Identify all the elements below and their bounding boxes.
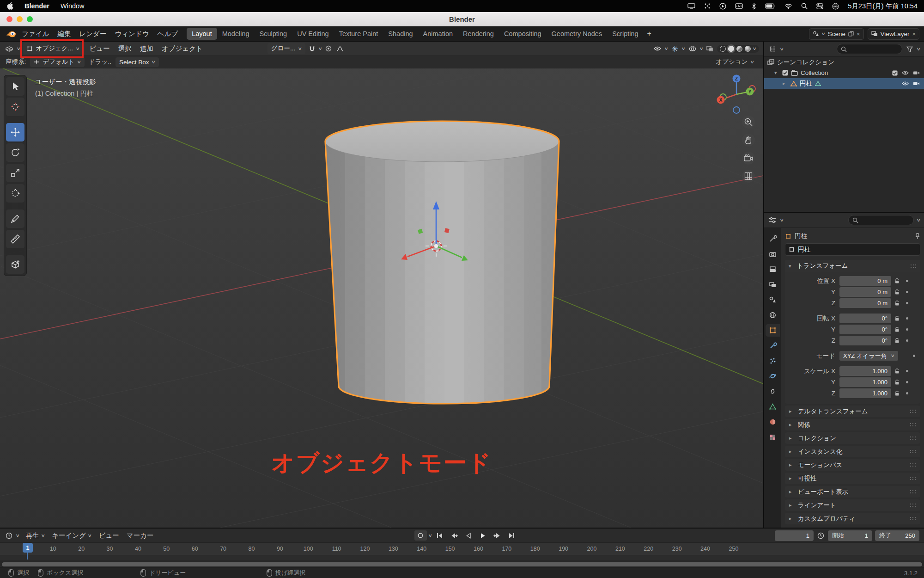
playhead-line[interactable] (27, 553, 28, 560)
lock-icon[interactable] (891, 368, 903, 374)
tool-select-box-button[interactable] (6, 77, 24, 96)
lock-icon[interactable] (891, 326, 903, 332)
properties-section[interactable]: ▸コレクション (785, 432, 920, 444)
drag-mode-dropdown[interactable]: Select Box ∨ (116, 57, 159, 67)
transform-panel-header[interactable]: ▾ トランスフォーム (785, 260, 920, 272)
disable-render-camera-icon[interactable] (913, 70, 920, 75)
topbar-menu[interactable]: 編集 (53, 28, 75, 40)
lock-icon[interactable] (891, 390, 903, 396)
mode-selector[interactable]: オブジェク... ∨ (23, 43, 83, 54)
animate-dot[interactable] (906, 339, 908, 342)
chevron-down-icon[interactable]: ∨ (779, 47, 784, 51)
shading-solid-icon[interactable] (728, 46, 734, 52)
siri-icon[interactable] (832, 3, 839, 10)
transform-value-field[interactable]: 0° (839, 325, 891, 334)
properties-section[interactable]: ▸関係 (785, 419, 920, 430)
spotlight-icon[interactable] (801, 3, 808, 9)
show-gizmo-icon[interactable] (670, 45, 679, 52)
breadcrumb-object-name[interactable]: 円柱 (795, 232, 807, 240)
tab-output[interactable] (766, 263, 780, 276)
transform-value-field[interactable]: 1.000 (839, 366, 891, 376)
battery-icon[interactable] (765, 3, 776, 9)
hide-eye-icon[interactable] (902, 81, 909, 86)
shading-material-icon[interactable] (736, 46, 742, 52)
close-window-button[interactable] (6, 16, 12, 22)
macos-menu-window[interactable]: Window (61, 2, 85, 10)
workspace-tab[interactable]: Scripting (607, 28, 643, 40)
workspace-tab[interactable]: Layout (187, 28, 217, 40)
unlink-scene-icon[interactable]: × (857, 31, 860, 37)
lock-icon[interactable] (891, 289, 903, 295)
animate-dot[interactable] (906, 328, 908, 331)
properties-section[interactable]: ▸ビューポート表示 (785, 486, 920, 498)
viewport-canvas[interactable]: X Y Z (0, 68, 763, 528)
pan-view-icon[interactable] (742, 134, 755, 147)
outliner-editor-type-icon[interactable] (768, 46, 777, 52)
workspace-tab[interactable]: Rendering (458, 28, 499, 40)
add-workspace-button[interactable]: + (644, 29, 655, 39)
properties-section[interactable]: ▸カスタムプロパティ (785, 513, 920, 524)
tab-texture[interactable] (766, 431, 780, 443)
disable-render-camera-icon[interactable] (913, 81, 920, 86)
lock-icon[interactable] (891, 315, 903, 321)
chevron-down-icon[interactable]: ∨ (428, 534, 432, 538)
scrollbar-handle[interactable] (2, 562, 922, 566)
options-dropdown[interactable]: オプション ∨ (716, 58, 758, 66)
transform-value-field[interactable]: 1.000 (839, 388, 891, 398)
tab-modifiers[interactable] (766, 339, 780, 352)
chevron-down-icon[interactable]: ∨ (699, 47, 704, 51)
viewport-menu[interactable]: 追加 (136, 43, 157, 55)
transform-value-field[interactable]: 0° (839, 314, 891, 323)
exclude-checkbox[interactable] (892, 70, 898, 76)
tool-scale-button[interactable] (6, 164, 24, 182)
viewport-menu[interactable]: 選択 (115, 43, 135, 55)
toggle-xray-icon[interactable] (705, 46, 714, 52)
tool-rotate-button[interactable] (6, 143, 24, 162)
collection-checkbox[interactable] (782, 70, 788, 76)
play-reverse-button[interactable] (462, 530, 475, 541)
shading-rendered-icon[interactable] (745, 46, 751, 52)
show-overlays-icon[interactable] (688, 46, 697, 52)
play-status-icon[interactable] (719, 3, 726, 10)
apple-menu-icon[interactable] (6, 2, 13, 10)
zoom-view-icon[interactable] (742, 116, 755, 129)
properties-section[interactable]: ▸可視性 (785, 473, 920, 484)
outliner-row-collection[interactable]: ▾ Collection (764, 68, 924, 78)
animate-dot[interactable] (906, 291, 908, 293)
macos-app-menu[interactable]: Blender (24, 2, 49, 10)
properties-section[interactable]: ▸モーションパス (785, 459, 920, 471)
chevron-down-icon[interactable]: ∨ (917, 47, 921, 51)
tool-add-cube-button[interactable] (6, 255, 24, 274)
stats-widget-icon[interactable] (735, 3, 743, 9)
scene-selector[interactable]: ∨ Scene × (809, 28, 863, 40)
tool-transform-button[interactable] (6, 184, 24, 203)
workspace-tab[interactable]: Shading (383, 28, 418, 40)
tab-tool[interactable] (766, 233, 780, 245)
auto-keying-button[interactable] (414, 530, 427, 541)
topbar-menu[interactable]: レンダー (75, 28, 110, 40)
bluetooth-icon[interactable] (752, 3, 756, 10)
jump-to-end-button[interactable] (505, 530, 518, 541)
timeline-menu[interactable]: キーイング∨ (48, 530, 95, 541)
lock-icon[interactable] (891, 338, 903, 344)
workspace-tab[interactable]: UV Editing (292, 28, 334, 40)
animate-dot[interactable] (906, 381, 908, 383)
timeline-editor-type-icon[interactable] (5, 532, 13, 539)
workspace-tab[interactable]: Compositing (499, 28, 547, 40)
tab-view-layer[interactable] (766, 278, 780, 291)
timeline-menu[interactable]: 再生∨ (22, 530, 49, 541)
transform-orientation-dropdown[interactable]: グロー... ∨ (267, 43, 305, 54)
chevron-down-icon[interactable]: ∨ (16, 47, 21, 51)
animate-dot[interactable] (906, 317, 908, 320)
transform-value-field[interactable]: 1.000 (839, 377, 891, 387)
tab-particles[interactable] (766, 355, 780, 367)
workspace-tab[interactable]: Animation (418, 28, 458, 40)
tool-move-button[interactable] (6, 123, 24, 141)
animate-dot[interactable] (906, 392, 908, 394)
expand-arrow-icon[interactable]: ▾ (774, 70, 779, 76)
lock-icon[interactable] (891, 300, 903, 306)
toggle-orthographic-icon[interactable] (742, 170, 755, 183)
topbar-menu[interactable]: ヘルプ (153, 28, 182, 40)
animate-dot[interactable] (906, 280, 908, 282)
properties-editor-type-icon[interactable] (768, 217, 777, 223)
